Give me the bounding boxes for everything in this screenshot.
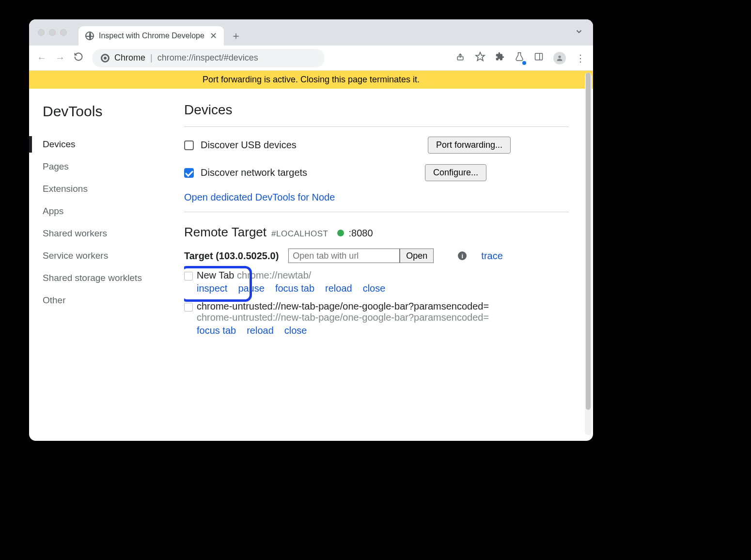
remote-port: :8080: [349, 228, 373, 239]
divider: [184, 212, 569, 212]
sidebar: DevTools DevicesPagesExtensionsAppsShare…: [29, 89, 184, 441]
discover-network-label: Discover network targets: [201, 167, 307, 178]
omnibox-url: chrome://inspect/#devices: [157, 53, 258, 63]
action-close[interactable]: close: [284, 325, 307, 336]
close-tab-button[interactable]: ✕: [210, 31, 217, 41]
entry-title-line: New Tab chrome://newtab/: [197, 270, 385, 281]
browser-toolbar: ← → Chrome | chrome://inspect/#devices: [29, 46, 593, 71]
remote-target-header: Remote Target #LOCALHOST :8080: [184, 225, 569, 240]
remote-host-label: #LOCALHOST: [271, 229, 328, 239]
action-close[interactable]: close: [363, 283, 386, 294]
omnibox-prefix: Chrome: [114, 53, 145, 63]
svg-rect-3: [535, 53, 543, 60]
entry-title-line: chrome-untrusted://new-tab-page/one-goog…: [197, 301, 489, 312]
port-forwarding-button[interactable]: Port forwarding...: [428, 137, 511, 154]
open-tab-url-input[interactable]: [288, 249, 400, 263]
action-reload[interactable]: reload: [325, 283, 352, 294]
page-title: Devices: [184, 102, 569, 118]
action-focus-tab[interactable]: focus tab: [197, 325, 236, 336]
minimize-window-button[interactable]: [49, 29, 56, 36]
entry-checkbox[interactable]: [184, 272, 193, 280]
discover-usb-row: Discover USB devices Port forwarding...: [184, 137, 569, 154]
scrollbar-thumb[interactable]: [586, 73, 591, 410]
forward-button[interactable]: →: [55, 52, 65, 63]
target-entry: New Tab chrome://newtab/inspectpausefocu…: [184, 270, 569, 294]
window-titlebar: Inspect with Chrome Develope ✕ ＋: [29, 19, 593, 46]
window-controls: [38, 29, 67, 36]
close-window-button[interactable]: [38, 29, 45, 36]
sidebar-item-other[interactable]: Other: [43, 289, 184, 311]
discover-network-checkbox[interactable]: [184, 168, 194, 178]
status-dot-icon: [337, 230, 344, 236]
trace-link[interactable]: trace: [481, 250, 502, 262]
omnibox-separator: |: [150, 53, 153, 63]
share-icon[interactable]: [455, 52, 465, 64]
page-content: Port forwarding is active. Closing this …: [29, 71, 593, 441]
sidepanel-icon[interactable]: [534, 52, 544, 64]
sidebar-title: DevTools: [43, 103, 184, 120]
sidebar-item-shared-workers[interactable]: Shared workers: [43, 222, 184, 245]
vertical-scrollbar[interactable]: [585, 73, 592, 435]
discover-network-row: Discover network targets Configure...: [184, 164, 569, 181]
extensions-icon[interactable]: [495, 52, 505, 64]
sidebar-item-devices[interactable]: Devices: [43, 133, 184, 156]
target-label: Target (103.0.5025.0): [184, 250, 279, 262]
open-tab-button[interactable]: Open: [400, 249, 434, 263]
globe-icon: [85, 31, 94, 40]
svg-marker-1: [476, 52, 485, 61]
maximize-window-button[interactable]: [60, 29, 67, 36]
target-row: Target (103.0.5025.0) Open i trace: [184, 249, 569, 263]
main-panel: Devices Discover USB devices Port forwar…: [184, 89, 593, 441]
target-entry: chrome-untrusted://new-tab-page/one-goog…: [184, 301, 569, 336]
reload-button[interactable]: [74, 52, 83, 64]
info-icon[interactable]: i: [458, 251, 467, 260]
profile-avatar[interactable]: [553, 52, 566, 64]
tabs-dropdown-button[interactable]: [575, 27, 583, 38]
new-tab-button[interactable]: ＋: [231, 29, 241, 43]
menu-button[interactable]: ⋮: [576, 52, 585, 64]
action-pause[interactable]: pause: [238, 283, 265, 294]
action-inspect[interactable]: inspect: [197, 283, 227, 294]
entry-url-grey: chrome-untrusted://new-tab-page/one-goog…: [197, 312, 489, 323]
sidebar-item-service-workers[interactable]: Service workers: [43, 245, 184, 267]
sidebar-item-shared-storage-worklets[interactable]: Shared storage worklets: [43, 267, 184, 289]
action-focus-tab[interactable]: focus tab: [275, 283, 314, 294]
svg-point-5: [558, 55, 561, 58]
divider: [184, 126, 569, 127]
chrome-icon: [101, 54, 110, 62]
sidebar-item-extensions[interactable]: Extensions: [43, 178, 184, 200]
discover-usb-checkbox[interactable]: [184, 140, 194, 150]
port-forwarding-banner: Port forwarding is active. Closing this …: [29, 71, 593, 89]
open-node-devtools-link[interactable]: Open dedicated DevTools for Node: [184, 192, 335, 202]
configure-button[interactable]: Configure...: [425, 164, 486, 181]
tab-title: Inspect with Chrome Develope: [99, 31, 205, 40]
sidebar-item-pages[interactable]: Pages: [43, 156, 184, 178]
bookmark-icon[interactable]: [475, 51, 485, 64]
remote-target-title: Remote Target: [184, 225, 266, 240]
address-bar[interactable]: Chrome | chrome://inspect/#devices: [92, 49, 325, 67]
action-reload[interactable]: reload: [247, 325, 274, 336]
browser-window: Inspect with Chrome Develope ✕ ＋ ← → Chr…: [29, 19, 593, 441]
browser-tab[interactable]: Inspect with Chrome Develope ✕: [78, 26, 224, 46]
entry-checkbox[interactable]: [184, 303, 193, 311]
back-button[interactable]: ←: [37, 52, 47, 63]
discover-usb-label: Discover USB devices: [201, 140, 297, 151]
sidebar-item-apps[interactable]: Apps: [43, 200, 184, 222]
labs-icon[interactable]: [515, 52, 524, 64]
